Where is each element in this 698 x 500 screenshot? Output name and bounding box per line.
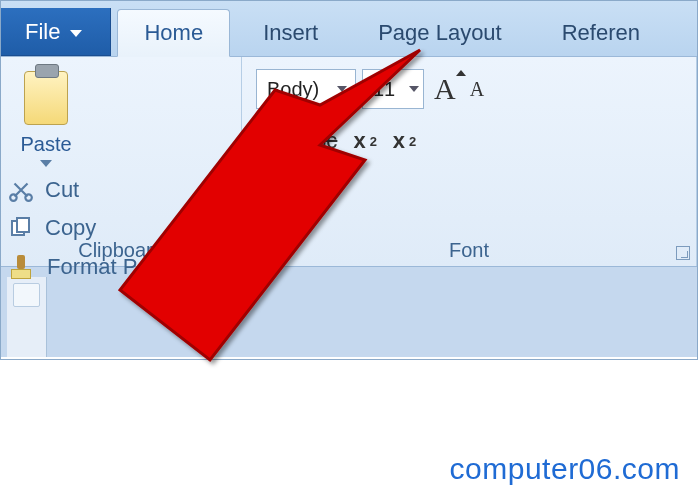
ribbon-tab-row: File Home Insert Page Layout Referen xyxy=(1,1,697,57)
copy-label: Copy xyxy=(45,215,96,241)
watermark-text: computer06.com xyxy=(450,452,680,486)
font-size-value: 11 xyxy=(373,78,395,101)
file-tab[interactable]: File xyxy=(1,8,111,56)
navigation-pane[interactable] xyxy=(7,277,47,357)
shrink-font-button[interactable]: A xyxy=(466,78,488,101)
font-dialog-launcher[interactable] xyxy=(676,246,690,260)
subscript-x: x xyxy=(353,128,365,154)
cut-button[interactable]: Cut xyxy=(7,177,229,203)
superscript-x: x xyxy=(393,128,405,154)
superscript-2: 2 xyxy=(409,134,416,149)
tab-insert[interactable]: Insert xyxy=(236,8,345,56)
superscript-button[interactable]: x2 xyxy=(391,126,418,156)
cut-label: Cut xyxy=(45,177,79,203)
tab-page-layout[interactable]: Page Layout xyxy=(351,8,529,56)
tab-home[interactable]: Home xyxy=(117,9,230,57)
tab-references-label: Referen xyxy=(562,20,640,46)
clipboard-dialog-launcher[interactable] xyxy=(221,246,235,260)
group-clipboard: Paste Cut Copy xyxy=(1,57,242,266)
font-name-dropdown[interactable]: Body) xyxy=(256,69,356,109)
scissors-icon xyxy=(7,177,35,203)
font-size-dropdown[interactable]: 11 xyxy=(362,69,424,109)
font-row-1: Body) 11 A A xyxy=(256,65,684,113)
ribbon-body: Paste Cut Copy xyxy=(1,57,697,267)
font-row-2: U abc x2 x2 xyxy=(256,121,684,161)
caret-up-icon xyxy=(456,68,466,78)
font-name-value: Body) xyxy=(267,78,319,101)
chevron-down-icon[interactable] xyxy=(278,139,286,144)
clipboard-group-label: Clipboard xyxy=(1,239,241,262)
nav-pane-item xyxy=(13,283,40,307)
word-window: File Home Insert Page Layout Referen Pas… xyxy=(0,0,698,360)
group-font: Body) 11 A A U xyxy=(242,57,697,266)
copy-icon xyxy=(7,215,35,241)
underline-button[interactable]: U xyxy=(256,126,288,156)
chevron-down-icon[interactable] xyxy=(40,160,52,167)
svg-point-1 xyxy=(25,194,32,201)
chevron-down-icon xyxy=(70,30,82,37)
shrink-font-label: A xyxy=(470,78,484,100)
subscript-2: 2 xyxy=(370,134,377,149)
clipboard-buttons: Cut Copy Format Painter xyxy=(1,167,241,281)
copy-button[interactable]: Copy xyxy=(7,215,229,241)
svg-point-0 xyxy=(10,194,17,201)
paste-label: Paste xyxy=(20,133,71,156)
tab-insert-label: Insert xyxy=(263,20,318,46)
tab-references[interactable]: Referen xyxy=(535,8,667,56)
grow-font-button[interactable]: A xyxy=(430,72,460,106)
tab-page-layout-label: Page Layout xyxy=(378,20,502,46)
paste-button[interactable]: Paste xyxy=(1,57,91,167)
tab-home-label: Home xyxy=(144,20,203,46)
chevron-down-icon xyxy=(409,86,419,92)
strikethrough-button[interactable]: abc xyxy=(300,126,339,156)
clipboard-icon xyxy=(24,71,68,125)
font-group-label: Font xyxy=(242,239,696,262)
subscript-button[interactable]: x2 xyxy=(351,126,378,156)
svg-rect-3 xyxy=(17,218,29,232)
file-tab-label: File xyxy=(25,19,60,45)
chevron-down-icon xyxy=(337,86,347,92)
grow-font-label: A xyxy=(434,72,456,105)
underline-label: U xyxy=(258,128,274,154)
strikethrough-label: abc xyxy=(302,128,337,154)
